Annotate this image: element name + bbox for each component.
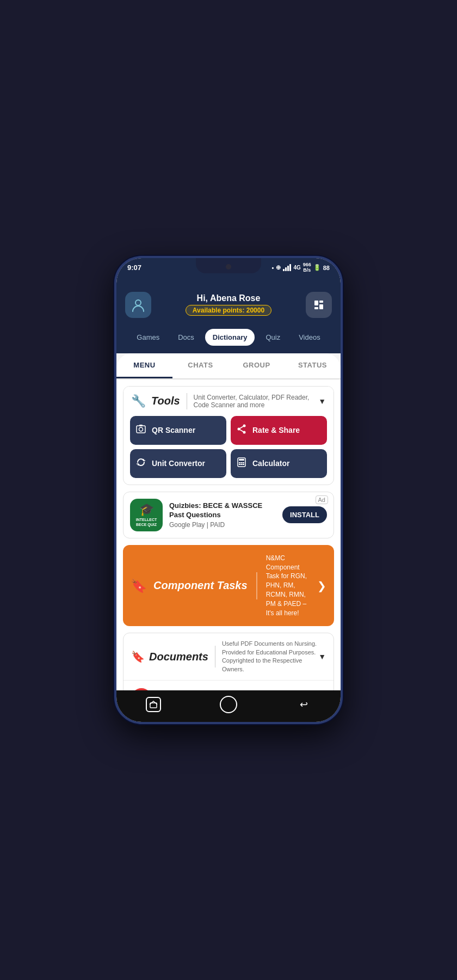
svg-rect-20 bbox=[243, 464, 244, 465]
pill-docs[interactable]: Docs bbox=[170, 329, 202, 346]
tools-expand-icon[interactable]: ▼ bbox=[318, 397, 326, 406]
greeting-text: Hi, Abena Rose bbox=[186, 293, 271, 303]
docs-bookmark-icon: 🔖 bbox=[131, 650, 145, 663]
back-button[interactable]: ↩ bbox=[296, 697, 311, 712]
home-button[interactable] bbox=[220, 696, 237, 713]
tab-group[interactable]: GROUP bbox=[228, 353, 285, 378]
doc-item-1[interactable]: Standard Treatment Guidelines 2017 ❯ bbox=[123, 680, 334, 690]
dot-indicator: • bbox=[272, 265, 274, 271]
calculator-icon bbox=[236, 457, 247, 470]
tools-divider bbox=[187, 393, 187, 409]
pill-dictionary[interactable]: Dictionary bbox=[205, 329, 255, 346]
qr-scanner-button[interactable]: QR Scanner bbox=[130, 416, 226, 445]
home-nav-icon[interactable] bbox=[146, 697, 161, 712]
svg-line-12 bbox=[239, 429, 244, 432]
svg-rect-4 bbox=[314, 307, 318, 309]
tools-header: 🔧 Tools Unit Converter, Calculator, PDF … bbox=[123, 387, 334, 416]
unit-convertor-label: Unit Convertor bbox=[152, 459, 205, 468]
component-tasks-desc: N&MC Component Task for RGN, PHN, RM, RC… bbox=[266, 554, 311, 618]
bottom-nav: ↩ bbox=[116, 690, 341, 722]
docs-expand-icon[interactable]: ▼ bbox=[318, 652, 326, 661]
tools-section: 🔧 Tools Unit Converter, Calculator, PDF … bbox=[123, 386, 334, 485]
ad-subtitle: Google Play | PAID bbox=[169, 521, 276, 529]
intellect-icon: 🎓 bbox=[139, 503, 154, 517]
svg-line-11 bbox=[239, 426, 244, 429]
camera bbox=[226, 264, 231, 270]
ad-logo: 🎓 INTELLECTBECE QUIZ bbox=[130, 499, 163, 531]
pill-games[interactable]: Games bbox=[129, 329, 167, 346]
notification-button[interactable] bbox=[306, 292, 332, 318]
svg-rect-5 bbox=[137, 426, 145, 433]
pill-quiz[interactable]: Quiz bbox=[258, 329, 288, 346]
svg-rect-15 bbox=[239, 462, 240, 463]
phone-screen: 9:07 • ⊕ 4G 966B/s 🔋 88 bbox=[116, 258, 341, 722]
tools-title: Tools bbox=[151, 395, 180, 407]
docs-title: Documents bbox=[149, 651, 208, 663]
avatar bbox=[125, 292, 151, 318]
bar4 bbox=[289, 264, 291, 271]
status-right: • ⊕ 4G 966B/s 🔋 88 bbox=[272, 262, 330, 273]
ct-divider bbox=[256, 572, 257, 599]
speed-label: 966B/s bbox=[303, 262, 311, 273]
signal-bars bbox=[283, 264, 291, 271]
refresh-icon bbox=[135, 457, 146, 470]
svg-point-0 bbox=[135, 300, 141, 305]
docs-header: 🔖 Documents Useful PDF Documents on Nurs… bbox=[123, 633, 334, 680]
rate-share-button[interactable]: Rate & Share bbox=[231, 416, 327, 445]
wrench-icon: 🔧 bbox=[131, 394, 146, 408]
svg-rect-14 bbox=[239, 459, 244, 461]
component-tasks-title: Component Tasks bbox=[153, 579, 248, 592]
svg-rect-19 bbox=[241, 464, 243, 465]
network-label: 4G bbox=[293, 265, 300, 271]
bar1 bbox=[283, 269, 285, 271]
tab-status[interactable]: STATUS bbox=[285, 353, 341, 378]
time: 9:07 bbox=[127, 264, 141, 272]
ad-content: Quizbies: BECE & WASSCE Past Questions G… bbox=[169, 501, 276, 529]
tab-chats[interactable]: CHATS bbox=[172, 353, 228, 378]
phone-frame: 9:07 • ⊕ 4G 966B/s 🔋 88 bbox=[114, 256, 343, 724]
documents-section: 🔖 Documents Useful PDF Documents on Nurs… bbox=[123, 633, 334, 690]
ct-arrow-icon: ❯ bbox=[317, 579, 326, 592]
calculator-button[interactable]: Calculator bbox=[231, 449, 327, 478]
bookmark-icon: 🔖 bbox=[131, 578, 147, 593]
ad-logo-text: INTELLECTBECE QUIZ bbox=[136, 518, 157, 527]
component-tasks[interactable]: 🔖 Component Tasks N&MC Component Task fo… bbox=[123, 545, 334, 627]
main-content: MENU CHATS GROUP STATUS 🔧 Tools Unit Con… bbox=[116, 353, 341, 690]
header: Hi, Abena Rose Available points: 20000 bbox=[116, 275, 341, 326]
battery-level: 88 bbox=[323, 265, 330, 271]
svg-rect-16 bbox=[241, 462, 243, 463]
wifi-icon: ⊕ bbox=[276, 264, 281, 271]
svg-rect-1 bbox=[314, 301, 318, 305]
header-center: Hi, Abena Rose Available points: 20000 bbox=[186, 293, 271, 316]
svg-rect-18 bbox=[239, 464, 240, 465]
tools-description: Unit Converter, Calculator, PDF Reader, … bbox=[194, 394, 319, 409]
ad-banner: Ad 🎓 INTELLECTBECE QUIZ Quizbies: BECE &… bbox=[123, 492, 334, 538]
ad-title: Quizbies: BECE & WASSCE Past Questions bbox=[169, 501, 276, 520]
svg-rect-2 bbox=[319, 301, 323, 303]
nav-pills: Games Docs Dictionary Quiz Videos bbox=[116, 326, 341, 353]
svg-rect-3 bbox=[319, 304, 323, 309]
bar2 bbox=[285, 267, 287, 271]
qr-scanner-label: QR Scanner bbox=[152, 426, 195, 434]
bar3 bbox=[287, 266, 289, 271]
docs-divider bbox=[215, 646, 215, 667]
camera-icon bbox=[135, 424, 146, 437]
rate-share-label: Rate & Share bbox=[252, 426, 300, 434]
points-badge: Available points: 20000 bbox=[186, 305, 271, 316]
ad-label: Ad bbox=[316, 495, 328, 504]
battery-icon: 🔋 bbox=[313, 264, 321, 271]
unit-convertor-button[interactable]: Unit Convertor bbox=[130, 449, 226, 478]
svg-point-6 bbox=[139, 427, 143, 431]
install-button[interactable]: INSTALL bbox=[282, 506, 327, 523]
calculator-label: Calculator bbox=[252, 459, 289, 468]
svg-rect-7 bbox=[139, 425, 143, 426]
tabs: MENU CHATS GROUP STATUS bbox=[116, 353, 341, 379]
svg-rect-17 bbox=[243, 462, 244, 463]
tools-grid: QR Scanner Rate & Share bbox=[123, 416, 334, 485]
notch bbox=[196, 258, 261, 273]
docs-description: Useful PDF Documents on Nursing. Provide… bbox=[222, 640, 318, 673]
share-icon bbox=[236, 424, 247, 437]
pill-videos[interactable]: Videos bbox=[291, 329, 328, 346]
tab-menu[interactable]: MENU bbox=[116, 353, 172, 378]
